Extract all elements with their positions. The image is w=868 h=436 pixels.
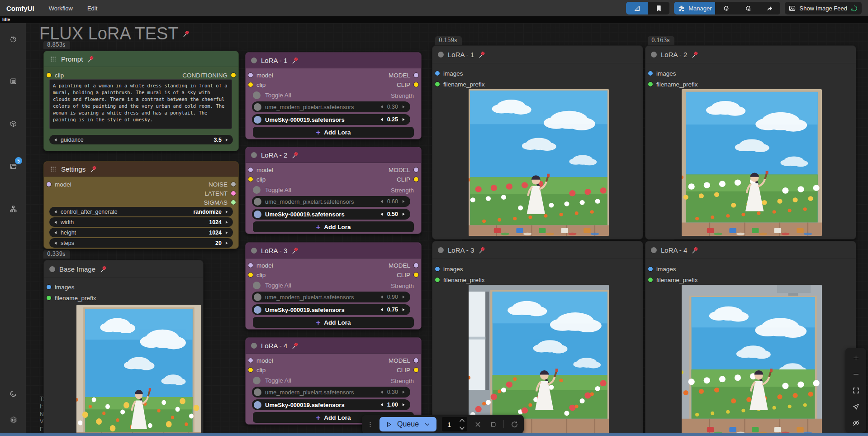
input-model[interactable]: model: [47, 180, 71, 188]
refresh-button[interactable]: [509, 419, 519, 429]
input-filename-prefix[interactable]: filename_prefix: [648, 276, 698, 284]
increment-arrow-icon[interactable]: [224, 220, 229, 225]
height-widget[interactable]: height 1024: [49, 228, 233, 237]
queue-tab[interactable]: [5, 73, 21, 89]
output-latent[interactable]: LATENT: [204, 189, 236, 197]
output-model[interactable]: MODEL: [389, 356, 418, 364]
zoom-out-button[interactable]: [849, 368, 863, 380]
input-filename-prefix[interactable]: filename_prefix: [435, 80, 485, 88]
port-dot[interactable]: [47, 182, 51, 187]
output-model[interactable]: MODEL: [389, 261, 418, 269]
lora-node-3[interactable]: LoRA - 3 model MODEL clip CLIP Toggle Al…: [245, 242, 422, 330]
lora-node-4[interactable]: LoRA - 4 model MODEL clip CLIP Toggle Al…: [245, 337, 422, 425]
manager-button[interactable]: Manager: [674, 2, 715, 14]
bottom-scrollbar[interactable]: [0, 433, 868, 436]
port-dot[interactable]: [231, 200, 236, 205]
input-filename-prefix[interactable]: filename_prefix: [47, 294, 96, 302]
decrement-arrow-icon[interactable]: [53, 230, 58, 235]
lora-row-enabled[interactable]: UmeSky-000019.safetensors 1.00: [252, 399, 410, 410]
drag-handle-icon[interactable]: [366, 421, 374, 428]
output-clip[interactable]: CLIP: [397, 175, 418, 183]
history-tab[interactable]: [5, 30, 21, 47]
chevron-down-icon[interactable]: [423, 421, 431, 428]
generated-image-preview[interactable]: [469, 89, 609, 236]
output-node-lora-4[interactable]: LoRA - 4 images filename_prefix: [645, 241, 856, 436]
settings-node[interactable]: Settings model NOISE LATENT SIGMAS c: [43, 161, 239, 249]
output-node-lora-1[interactable]: LoRA - 1 images filename_prefix: [432, 45, 643, 240]
port-dot[interactable]: [231, 191, 236, 196]
select-mode-button[interactable]: [849, 400, 863, 413]
port-dot[interactable]: [47, 73, 51, 77]
decrement-arrow-icon[interactable]: [53, 241, 58, 245]
canvas-tool-button[interactable]: [626, 2, 648, 14]
output-clip[interactable]: CLIP: [397, 81, 418, 89]
share-community-button[interactable]: [737, 2, 759, 14]
input-clip[interactable]: clip: [248, 175, 266, 183]
batch-stepper[interactable]: [458, 417, 466, 432]
input-model[interactable]: model: [248, 261, 273, 269]
node-library-tab[interactable]: [5, 115, 21, 132]
input-clip[interactable]: clip: [248, 271, 266, 279]
increment-arrow-icon[interactable]: [224, 230, 229, 235]
lora-row-disabled[interactable]: ume_modern_pixelart.safetensors 0.90: [252, 292, 410, 302]
generated-image-preview[interactable]: [682, 89, 822, 236]
add-lora-button[interactable]: +Add Lora: [253, 221, 414, 232]
export-share-button[interactable]: [759, 2, 780, 14]
show-image-feed-button[interactable]: Show Image Feed: [785, 2, 862, 14]
workflows-tab[interactable]: 5: [5, 158, 21, 174]
decrement-arrow-icon[interactable]: [53, 220, 58, 225]
input-images[interactable]: images: [435, 69, 463, 77]
lora-row-enabled[interactable]: UmeSky-000019.safetensors 0.75: [252, 304, 410, 315]
lora-row-disabled[interactable]: ume_modern_pixelart.safetensors 0.60: [252, 196, 410, 207]
guidance-widget[interactable]: guidance 3.5: [49, 135, 233, 144]
base-image-node[interactable]: Base Image images filename_prefix: [43, 260, 204, 436]
input-clip[interactable]: clip: [47, 71, 64, 79]
input-model[interactable]: model: [248, 356, 273, 364]
port-dot[interactable]: [47, 285, 51, 289]
zoom-in-button[interactable]: [849, 351, 863, 364]
output-conditioning[interactable]: CONDITIONING: [182, 71, 236, 79]
node-canvas[interactable]: FLUX LoRA TEST T:I: NV FPS:238.10 8.853s…: [26, 23, 868, 436]
prompt-node[interactable]: Prompt clip CONDITIONING A painting of a…: [43, 51, 239, 151]
base-image-preview[interactable]: [76, 305, 201, 436]
share-workflow-button[interactable]: [715, 2, 737, 14]
step-up-icon[interactable]: [458, 417, 466, 424]
step-down-icon[interactable]: [458, 424, 466, 432]
input-clip[interactable]: clip: [248, 81, 266, 89]
input-filename-prefix[interactable]: filename_prefix: [435, 276, 485, 284]
decrement-arrow-icon[interactable]: [53, 210, 58, 214]
port-dot[interactable]: [231, 182, 236, 187]
decrement-arrow-icon[interactable]: [53, 138, 58, 142]
output-node-lora-3[interactable]: LoRA - 3 images filename_prefix: [432, 241, 643, 436]
queue-button[interactable]: Queue: [379, 417, 436, 431]
menu-workflow[interactable]: Workflow: [42, 0, 80, 16]
toggle-all[interactable]: Toggle All: [253, 377, 291, 384]
theme-toggle[interactable]: [5, 385, 21, 402]
node-map-tab[interactable]: [5, 201, 21, 217]
steps-widget[interactable]: steps 20: [49, 238, 233, 248]
input-model[interactable]: model: [248, 166, 273, 174]
toggle-all[interactable]: Toggle All: [253, 186, 291, 194]
increment-arrow-icon[interactable]: [224, 210, 229, 214]
input-images[interactable]: images: [648, 69, 676, 77]
port-dot[interactable]: [47, 296, 51, 300]
input-images[interactable]: images: [47, 283, 75, 291]
prompt-textarea[interactable]: A painting of a woman in a white dress s…: [49, 79, 232, 129]
toggle-knob[interactable]: [253, 91, 261, 99]
generated-image-preview[interactable]: [682, 285, 822, 435]
batch-count-input[interactable]: 1: [442, 417, 467, 431]
output-model[interactable]: MODEL: [389, 71, 418, 79]
clear-queue-button[interactable]: [473, 419, 483, 429]
toggle-knob[interactable]: [254, 116, 261, 124]
input-filename-prefix[interactable]: filename_prefix: [648, 80, 698, 88]
collapse-dot[interactable]: [49, 266, 55, 272]
toggle-link-visibility-button[interactable]: [849, 417, 863, 429]
output-model[interactable]: MODEL: [389, 166, 418, 174]
output-sigmas[interactable]: SIGMAS: [204, 198, 236, 206]
add-lora-button[interactable]: +Add Lora: [253, 127, 414, 138]
toggle-knob[interactable]: [254, 103, 261, 111]
lora-row-enabled[interactable]: UmeSky-000019.safetensors 0.25: [252, 114, 410, 125]
settings-button[interactable]: [5, 412, 21, 428]
toggle-all[interactable]: Toggle All: [253, 282, 291, 289]
output-noise[interactable]: NOISE: [209, 180, 236, 188]
